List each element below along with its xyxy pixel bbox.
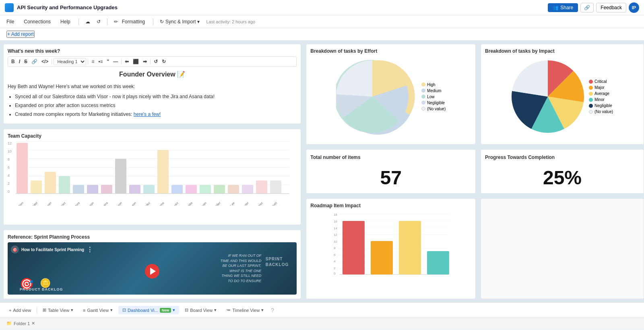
add-report-button[interactable]: + Add report <box>6 31 35 38</box>
dashboard-view-tab[interactable]: ⊡ Dashboard Vi... New ▾ <box>118 306 179 314</box>
menubar: File Connections Help ☁ ↺ ✏ Formatting ↻… <box>0 15 644 28</box>
help-menu[interactable]: Help <box>59 17 72 26</box>
dashboard-dropdown-icon: ▾ <box>173 307 175 313</box>
effort-pie <box>336 60 409 133</box>
svg-text:4: 4 <box>334 260 336 263</box>
svg-text:Rahul Gupta: Rahul Gupta <box>179 201 194 206</box>
strikethrough-button[interactable]: S <box>23 58 29 65</box>
svg-text:10: 10 <box>334 240 337 243</box>
footer: 📁 Folder 1 ✕ <box>0 318 644 329</box>
align-center-button[interactable]: ⬛ <box>131 58 140 65</box>
video-thumbnail[interactable]: 🎯 How to Facilitate Sprint Planning ⋮ Sp… <box>8 242 297 295</box>
svg-rect-18 <box>171 185 183 194</box>
panel-roadmap-right <box>481 198 644 299</box>
add-view-tab[interactable]: + Add view <box>5 306 35 314</box>
file-menu[interactable]: File <box>5 17 16 26</box>
progress-value: 25% <box>543 167 582 189</box>
svg-rect-66 <box>343 221 365 274</box>
italic-button[interactable]: I <box>17 58 22 65</box>
svg-text:12: 12 <box>334 233 337 237</box>
svg-text:Samantha Chen: Samantha Chen <box>16 201 24 206</box>
legend-low: Low <box>421 95 446 99</box>
svg-rect-19 <box>186 185 197 194</box>
product-backlog-label: Product Backlog <box>20 287 63 291</box>
content-heading: Founder Overview 📝 <box>8 69 297 80</box>
svg-rect-9 <box>45 172 56 194</box>
svg-text:(No Value): (No Value) <box>265 201 278 206</box>
align-right-button[interactable]: ➡ <box>141 58 149 65</box>
gantt-view-tab[interactable]: ≡ Gantt View ▾ <box>79 306 117 314</box>
svg-rect-14 <box>115 159 126 194</box>
board-dropdown-icon: ▾ <box>214 307 217 313</box>
tab-divider <box>37 307 37 314</box>
left-column: What's new this week? B I S 🔗 </> Headin… <box>2 42 303 301</box>
svg-text:Aisha Green: Aisha Green <box>38 201 52 206</box>
sync-button[interactable]: ↻ Sync & Import ▾ <box>160 19 200 25</box>
redo-button[interactable]: ↻ <box>160 58 167 65</box>
share-button[interactable]: 👥 Share <box>548 3 578 12</box>
svg-text:6: 6 <box>334 253 336 257</box>
video-menu-icon[interactable]: ⋮ <box>87 246 95 254</box>
gantt-icon: ≡ <box>83 308 85 313</box>
heading-select[interactable]: Heading 1 Heading 2 Normal <box>54 58 86 65</box>
activity-label: Last activity: 2 hours ago <box>206 19 255 24</box>
svg-text:Jordan Patel: Jordan Patel <box>24 201 38 206</box>
list-item-3: Created more complex reports for Marketi… <box>15 111 297 118</box>
link-button[interactable]: 🔗 <box>30 58 39 65</box>
app-title: API Security and Performance Upgrades <box>17 4 545 10</box>
table-view-tab[interactable]: ⊞ Table View ▾ <box>39 306 77 314</box>
impact-legend-negligible-dot <box>589 104 593 108</box>
svg-text:14: 14 <box>334 227 337 230</box>
board-view-tab[interactable]: ⊟ Board View ▾ <box>181 306 221 314</box>
legend-dot-novalue <box>421 107 425 111</box>
bold-button[interactable]: B <box>10 58 17 65</box>
progress-title: Progress Towards Completion <box>485 155 555 160</box>
svg-text:Carlos Rivera: Carlos Rivera <box>93 201 109 206</box>
y-axis: 0 2 4 6 8 10 12 <box>8 141 12 194</box>
topbar: API Security and Performance Upgrades 👥 … <box>0 0 644 15</box>
formatting-menu[interactable]: Formatting <box>120 17 147 26</box>
align-left-button[interactable]: ⬅ <box>123 58 130 65</box>
help-icon[interactable]: ? <box>271 307 274 314</box>
whatsnew-title: What's new this week? <box>8 48 297 54</box>
totalitems-title: Total number of items <box>310 155 360 160</box>
impact-legend-average-dot <box>589 92 593 96</box>
svg-text:Dylan Carter: Dylan Carter <box>235 201 250 206</box>
svg-text:8: 8 <box>334 246 336 250</box>
teamcapacity-title: Team Capacity <box>8 133 297 139</box>
legend-dot-medium <box>421 89 425 93</box>
folder-close-icon[interactable]: ✕ <box>31 321 35 326</box>
code-button[interactable]: </> <box>40 58 50 65</box>
svg-rect-22 <box>228 185 239 194</box>
panel-teamcapacity: Team Capacity 0 2 4 6 8 10 12 <box>3 129 301 225</box>
unordered-list-button[interactable]: •≡ <box>97 58 104 65</box>
panel-roadmap: Roadmap Item Impact 18 16 14 12 10 8 6 4… <box>306 198 476 299</box>
effort-title: Breakdown of tasks by Effort <box>310 48 471 54</box>
add-view-icon: + <box>9 308 11 313</box>
formatting-icon: ✏ <box>114 19 118 25</box>
add-report-bar: + Add report <box>0 28 644 41</box>
menu-divider-3 <box>153 19 153 25</box>
top-actions: 👥 Share 🔗 Feedback IP <box>548 2 639 13</box>
marketing-link[interactable]: here's a few! <box>134 111 161 117</box>
video-play-button[interactable] <box>145 264 159 278</box>
quote-button[interactable]: " <box>105 58 111 65</box>
undo-button[interactable]: ↺ <box>152 58 159 65</box>
legend-medium: Medium <box>421 89 446 93</box>
sprint-backlog-label: SprintBacklog <box>266 256 289 268</box>
svg-rect-24 <box>256 181 267 194</box>
feedback-button[interactable]: Feedback <box>596 3 626 12</box>
toolbar-separator-2 <box>88 59 88 64</box>
menu-divider-2 <box>107 19 107 25</box>
impact-legend-major-dot <box>589 86 593 90</box>
rich-content: Founder Overview 📝 Hey Beth and Wayne! H… <box>8 69 297 118</box>
timeline-icon: ≔ <box>226 307 231 313</box>
hr-button[interactable]: — <box>111 58 120 65</box>
timeline-view-tab[interactable]: ≔ Timeline View ▾ <box>222 306 268 314</box>
svg-rect-8 <box>31 181 42 194</box>
totalitems-value: 57 <box>380 167 401 189</box>
folder-label: Folder 1 <box>14 321 30 326</box>
connections-menu[interactable]: Connections <box>22 17 52 26</box>
link-button[interactable]: 🔗 <box>580 3 594 12</box>
ordered-list-button[interactable]: ≡ <box>90 58 96 65</box>
